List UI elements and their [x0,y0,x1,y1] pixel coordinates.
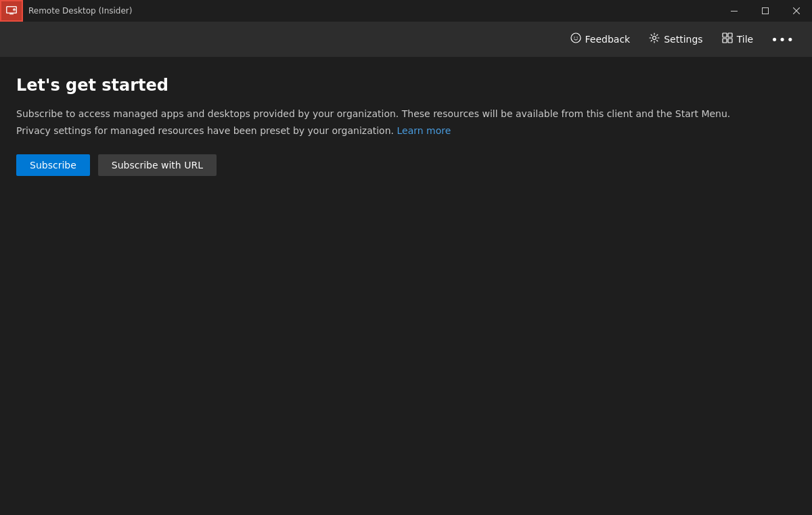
subscribe-url-button[interactable]: Subscribe with URL [98,154,217,176]
minimize-button[interactable] [719,0,750,22]
settings-button[interactable]: Settings [641,27,710,51]
button-group: Subscribe Subscribe with URL [16,154,796,176]
svg-rect-16 [723,39,727,43]
app-icon-wrapper [0,0,23,22]
tile-icon [722,32,733,46]
svg-rect-7 [763,8,769,14]
settings-label: Settings [664,34,702,45]
title-bar-left: Remote Desktop (Insider) [0,0,132,22]
svg-rect-15 [728,33,732,37]
privacy-text: Privacy settings for managed resources h… [16,124,796,138]
svg-rect-3 [11,14,13,14]
description-text: Subscribe to access managed apps and des… [16,107,796,121]
svg-point-13 [653,37,656,40]
more-label: ••• [771,32,794,47]
svg-rect-17 [728,39,732,43]
page-heading: Let's get started [16,76,796,95]
feedback-button[interactable]: Feedback [562,27,639,51]
app-icon [5,5,18,17]
svg-point-11 [574,37,574,37]
app-title: Remote Desktop (Insider) [27,6,132,16]
main-content: Let's get started Subscribe to access ma… [0,57,812,515]
feedback-label: Feedback [585,34,631,45]
subscribe-button[interactable]: Subscribe [16,154,90,176]
close-button[interactable] [781,0,812,22]
learn-more-link[interactable]: Learn more [397,125,451,136]
feedback-icon [570,32,581,46]
maximize-button[interactable] [750,0,781,22]
tile-label: Tile [737,34,754,45]
privacy-text-content: Privacy settings for managed resources h… [16,125,394,136]
tile-button[interactable]: Tile [714,27,762,51]
toolbar: Feedback Settings Tile ••• [0,22,812,57]
svg-rect-14 [723,33,727,37]
svg-rect-6 [731,11,738,12]
svg-point-12 [577,37,577,37]
window-controls [719,0,812,22]
more-button[interactable]: ••• [764,27,801,52]
settings-icon [649,32,660,46]
title-bar: Remote Desktop (Insider) [0,0,812,22]
svg-point-10 [571,33,581,43]
